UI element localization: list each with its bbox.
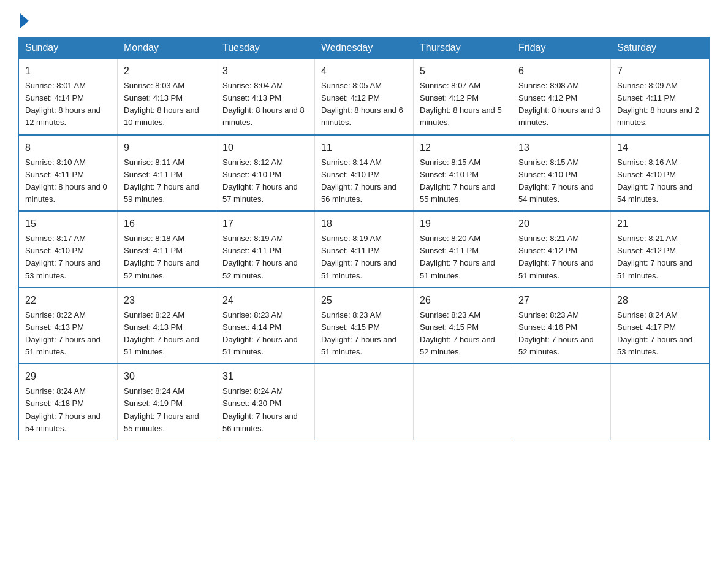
- calendar-cell: 2Sunrise: 8:03 AMSunset: 4:13 PMDaylight…: [118, 59, 216, 135]
- logo: [18, 12, 29, 26]
- calendar-cell: 6Sunrise: 8:08 AMSunset: 4:12 PMDaylight…: [512, 59, 611, 135]
- day-info: Sunrise: 8:16 AMSunset: 4:10 PMDaylight:…: [617, 158, 692, 204]
- day-number: 7: [617, 64, 703, 79]
- calendar-cell: 22Sunrise: 8:22 AMSunset: 4:13 PMDayligh…: [19, 288, 118, 364]
- day-number: 6: [518, 64, 604, 79]
- calendar-cell: 20Sunrise: 8:21 AMSunset: 4:12 PMDayligh…: [512, 211, 611, 288]
- calendar-cell: 10Sunrise: 8:12 AMSunset: 4:10 PMDayligh…: [216, 135, 315, 212]
- day-number: 16: [124, 216, 210, 231]
- calendar-cell: 29Sunrise: 8:24 AMSunset: 4:18 PMDayligh…: [19, 364, 118, 440]
- day-number: 22: [25, 293, 111, 308]
- day-number: 8: [25, 140, 111, 155]
- calendar-cell: [611, 364, 710, 440]
- day-info: Sunrise: 8:14 AMSunset: 4:10 PMDaylight:…: [321, 158, 396, 204]
- day-number: 29: [25, 369, 111, 384]
- weekday-header-tuesday: Tuesday: [216, 37, 315, 59]
- page-header: [18, 12, 710, 26]
- weekday-header-friday: Friday: [512, 37, 611, 59]
- day-info: Sunrise: 8:10 AMSunset: 4:11 PMDaylight:…: [25, 158, 107, 204]
- day-info: Sunrise: 8:01 AMSunset: 4:14 PMDaylight:…: [25, 81, 100, 127]
- day-number: 12: [420, 140, 506, 155]
- day-number: 30: [124, 369, 210, 384]
- day-info: Sunrise: 8:12 AMSunset: 4:10 PMDaylight:…: [222, 158, 298, 204]
- day-info: Sunrise: 8:04 AMSunset: 4:13 PMDaylight:…: [222, 81, 305, 127]
- day-info: Sunrise: 8:24 AMSunset: 4:17 PMDaylight:…: [617, 310, 692, 356]
- day-number: 3: [222, 64, 308, 79]
- calendar-cell: 31Sunrise: 8:24 AMSunset: 4:20 PMDayligh…: [216, 364, 315, 440]
- day-info: Sunrise: 8:15 AMSunset: 4:10 PMDaylight:…: [518, 158, 594, 204]
- day-number: 20: [518, 216, 604, 231]
- day-info: Sunrise: 8:22 AMSunset: 4:13 PMDaylight:…: [124, 310, 199, 356]
- calendar-cell: 11Sunrise: 8:14 AMSunset: 4:10 PMDayligh…: [315, 135, 414, 212]
- calendar-cell: 3Sunrise: 8:04 AMSunset: 4:13 PMDaylight…: [216, 59, 315, 135]
- day-number: 23: [124, 293, 210, 308]
- calendar-cell: 15Sunrise: 8:17 AMSunset: 4:10 PMDayligh…: [19, 211, 118, 288]
- calendar-cell: 23Sunrise: 8:22 AMSunset: 4:13 PMDayligh…: [118, 288, 216, 364]
- day-number: 21: [617, 216, 703, 231]
- calendar-cell: 1Sunrise: 8:01 AMSunset: 4:14 PMDaylight…: [19, 59, 118, 135]
- day-number: 5: [420, 64, 506, 79]
- weekday-header-wednesday: Wednesday: [315, 37, 414, 59]
- day-info: Sunrise: 8:11 AMSunset: 4:11 PMDaylight:…: [124, 158, 199, 204]
- day-number: 24: [222, 293, 308, 308]
- day-info: Sunrise: 8:19 AMSunset: 4:11 PMDaylight:…: [321, 234, 396, 280]
- day-number: 13: [518, 140, 604, 155]
- day-info: Sunrise: 8:20 AMSunset: 4:11 PMDaylight:…: [420, 234, 495, 280]
- calendar-cell: 27Sunrise: 8:23 AMSunset: 4:16 PMDayligh…: [512, 288, 611, 364]
- day-number: 11: [321, 140, 407, 155]
- calendar-cell: 7Sunrise: 8:09 AMSunset: 4:11 PMDaylight…: [611, 59, 710, 135]
- day-number: 4: [321, 64, 407, 79]
- day-number: 14: [617, 140, 703, 155]
- calendar-cell: 25Sunrise: 8:23 AMSunset: 4:15 PMDayligh…: [315, 288, 414, 364]
- day-info: Sunrise: 8:08 AMSunset: 4:12 PMDaylight:…: [518, 81, 601, 127]
- calendar-table: SundayMondayTuesdayWednesdayThursdayFrid…: [18, 37, 710, 440]
- calendar-week-row: 22Sunrise: 8:22 AMSunset: 4:13 PMDayligh…: [19, 288, 710, 364]
- calendar-cell: 12Sunrise: 8:15 AMSunset: 4:10 PMDayligh…: [414, 135, 512, 212]
- calendar-week-row: 15Sunrise: 8:17 AMSunset: 4:10 PMDayligh…: [19, 211, 710, 288]
- day-number: 26: [420, 293, 506, 308]
- calendar-week-row: 29Sunrise: 8:24 AMSunset: 4:18 PMDayligh…: [19, 364, 710, 440]
- day-info: Sunrise: 8:23 AMSunset: 4:15 PMDaylight:…: [420, 310, 495, 356]
- day-info: Sunrise: 8:23 AMSunset: 4:14 PMDaylight:…: [222, 310, 298, 356]
- calendar-cell: 24Sunrise: 8:23 AMSunset: 4:14 PMDayligh…: [216, 288, 315, 364]
- day-info: Sunrise: 8:05 AMSunset: 4:12 PMDaylight:…: [321, 81, 403, 127]
- calendar-cell: [512, 364, 611, 440]
- calendar-cell: 28Sunrise: 8:24 AMSunset: 4:17 PMDayligh…: [611, 288, 710, 364]
- calendar-cell: 16Sunrise: 8:18 AMSunset: 4:11 PMDayligh…: [118, 211, 216, 288]
- day-info: Sunrise: 8:21 AMSunset: 4:12 PMDaylight:…: [518, 234, 594, 280]
- day-info: Sunrise: 8:23 AMSunset: 4:15 PMDaylight:…: [321, 310, 396, 356]
- calendar-cell: [315, 364, 414, 440]
- day-number: 19: [420, 216, 506, 231]
- calendar-cell: 18Sunrise: 8:19 AMSunset: 4:11 PMDayligh…: [315, 211, 414, 288]
- calendar-cell: 14Sunrise: 8:16 AMSunset: 4:10 PMDayligh…: [611, 135, 710, 212]
- day-number: 28: [617, 293, 703, 308]
- day-info: Sunrise: 8:15 AMSunset: 4:10 PMDaylight:…: [420, 158, 495, 204]
- day-info: Sunrise: 8:21 AMSunset: 4:12 PMDaylight:…: [617, 234, 692, 280]
- calendar-cell: 4Sunrise: 8:05 AMSunset: 4:12 PMDaylight…: [315, 59, 414, 135]
- day-info: Sunrise: 8:03 AMSunset: 4:13 PMDaylight:…: [124, 81, 199, 127]
- weekday-header-monday: Monday: [118, 37, 216, 59]
- calendar-cell: 21Sunrise: 8:21 AMSunset: 4:12 PMDayligh…: [611, 211, 710, 288]
- day-number: 2: [124, 64, 210, 79]
- day-info: Sunrise: 8:09 AMSunset: 4:11 PMDaylight:…: [617, 81, 699, 127]
- calendar-cell: 13Sunrise: 8:15 AMSunset: 4:10 PMDayligh…: [512, 135, 611, 212]
- day-number: 10: [222, 140, 308, 155]
- calendar-week-row: 1Sunrise: 8:01 AMSunset: 4:14 PMDaylight…: [19, 59, 710, 135]
- calendar-cell: 26Sunrise: 8:23 AMSunset: 4:15 PMDayligh…: [414, 288, 512, 364]
- day-number: 25: [321, 293, 407, 308]
- calendar-cell: [414, 364, 512, 440]
- calendar-week-row: 8Sunrise: 8:10 AMSunset: 4:11 PMDaylight…: [19, 135, 710, 212]
- day-info: Sunrise: 8:23 AMSunset: 4:16 PMDaylight:…: [518, 310, 594, 356]
- day-number: 18: [321, 216, 407, 231]
- day-info: Sunrise: 8:22 AMSunset: 4:13 PMDaylight:…: [25, 310, 100, 356]
- calendar-cell: 30Sunrise: 8:24 AMSunset: 4:19 PMDayligh…: [118, 364, 216, 440]
- day-number: 27: [518, 293, 604, 308]
- day-number: 1: [25, 64, 111, 79]
- weekday-header-row: SundayMondayTuesdayWednesdayThursdayFrid…: [19, 37, 710, 59]
- day-info: Sunrise: 8:19 AMSunset: 4:11 PMDaylight:…: [222, 234, 298, 280]
- weekday-header-saturday: Saturday: [611, 37, 710, 59]
- logo-arrow-icon: [20, 13, 29, 28]
- day-number: 17: [222, 216, 308, 231]
- weekday-header-sunday: Sunday: [19, 37, 118, 59]
- day-info: Sunrise: 8:18 AMSunset: 4:11 PMDaylight:…: [124, 234, 199, 280]
